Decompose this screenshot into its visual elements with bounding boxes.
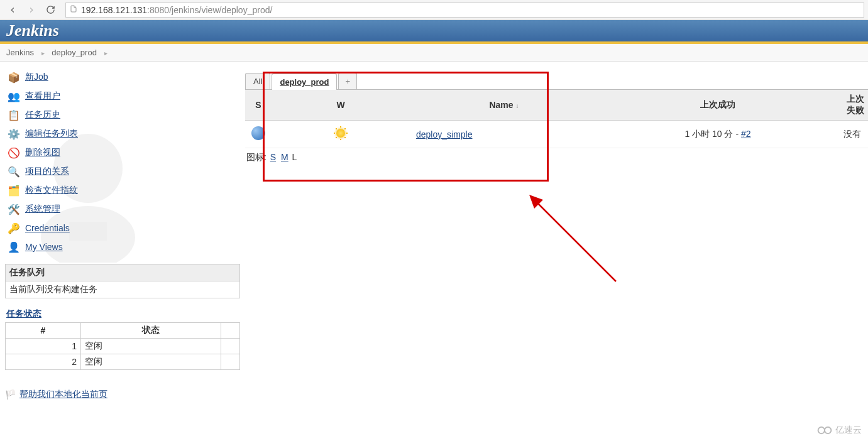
help-localize[interactable]: 🏳️ 帮助我们本地化当前页 xyxy=(5,389,240,400)
icon-size-s[interactable]: S xyxy=(270,152,276,162)
sidebar-item-edit-tasks[interactable]: ⚙️编辑任务列表 xyxy=(5,124,240,143)
breadcrumb-root[interactable]: Jenkins xyxy=(6,48,34,57)
sidebar-item-users[interactable]: 👥查看用户 xyxy=(5,87,240,106)
sort-down-icon: ↓ xyxy=(516,102,519,109)
jenkins-logo[interactable]: Jenkins xyxy=(6,21,59,40)
flag-icon: 🏳️ xyxy=(5,389,16,400)
icon-size-m[interactable]: M xyxy=(281,152,288,162)
col-state: 状态 xyxy=(81,323,221,339)
sidebar: 📦新Job 👥查看用户 📋任务历史 ⚙️编辑任务列表 🚫删除视图 🔍项目的关系 … xyxy=(0,62,245,406)
build-link[interactable]: #2 xyxy=(741,129,751,139)
sidebar-item-label: 系统管理 xyxy=(25,204,60,215)
sidebar-item-label: 删除视图 xyxy=(25,147,60,158)
tab-deploy-prod[interactable]: deploy_prod xyxy=(272,74,337,90)
col-last-success[interactable]: 上次成功 xyxy=(598,90,837,121)
sidebar-item-label: 编辑任务列表 xyxy=(25,128,78,139)
sidebar-item-system[interactable]: 🛠️系统管理 xyxy=(5,200,240,219)
search-icon: 🔍 xyxy=(6,165,21,178)
back-button[interactable] xyxy=(4,3,21,18)
notepad-icon: 📋 xyxy=(6,109,21,121)
queue-empty-text: 当前队列没有构建任务 xyxy=(6,281,239,298)
sidebar-item-credentials[interactable]: 🔑Credentials xyxy=(5,219,240,237)
status-panel: 任务状态 #状态 1空闲 2空闲 xyxy=(5,306,240,370)
url-host: 192.168.121.131 xyxy=(81,5,147,15)
address-bar[interactable]: 192.168.121.131:8080/jenkins/view/deploy… xyxy=(65,3,864,18)
svg-line-3 xyxy=(534,200,616,281)
sidebar-item-label: 任务历史 xyxy=(25,109,60,121)
status-cell[interactable] xyxy=(245,121,272,148)
sidebar-item-label: 新Job xyxy=(25,72,48,83)
file-icon xyxy=(70,4,77,15)
job-link[interactable]: deploy_simple xyxy=(416,129,473,139)
executor-table: #状态 1空闲 2空闲 xyxy=(5,322,240,370)
main-content: All deploy_prod + S W Name↓ 上次成功 上次失败 de… xyxy=(245,62,868,406)
executor-row: 1空闲 xyxy=(6,339,240,354)
col-last-fail[interactable]: 上次失败 xyxy=(837,90,868,121)
sidebar-item-new-job[interactable]: 📦新Job xyxy=(5,68,240,87)
app-header: Jenkins xyxy=(0,20,868,44)
forward-button[interactable] xyxy=(23,3,40,18)
queue-panel: 任务队列 当前队列没有构建任务 xyxy=(5,264,240,298)
svg-marker-4 xyxy=(529,195,543,209)
weather-cell[interactable] xyxy=(272,121,410,148)
sidebar-item-delete-view[interactable]: 🚫删除视图 xyxy=(5,143,240,162)
sun-icon xyxy=(333,126,348,141)
users-icon: 👥 xyxy=(6,90,21,102)
jobs-table: S W Name↓ 上次成功 上次失败 deploy_simple 1 小时 1… xyxy=(245,90,868,148)
last-success-cell: 1 小时 10 分 - #2 xyxy=(598,121,837,148)
sidebar-item-label: My Views xyxy=(25,242,63,252)
blue-ball-icon xyxy=(251,126,265,140)
breadcrumb-view[interactable]: deploy_prod xyxy=(52,48,97,57)
help-link-label: 帮助我们本地化当前页 xyxy=(19,389,107,400)
forbidden-icon: 🚫 xyxy=(6,146,21,159)
box-icon: 📦 xyxy=(6,71,21,84)
browser-toolbar: 192.168.121.131:8080/jenkins/view/deploy… xyxy=(0,0,868,20)
col-name[interactable]: Name↓ xyxy=(410,90,598,121)
user-icon: 👤 xyxy=(6,241,21,253)
annotation-arrow xyxy=(522,187,622,288)
col-status[interactable]: S xyxy=(245,90,272,121)
name-cell: deploy_simple xyxy=(410,121,598,148)
icon-size-label: 图标: xyxy=(246,152,266,162)
reload-button[interactable] xyxy=(41,3,59,18)
tools-icon: 🛠️ xyxy=(6,203,21,215)
sidebar-item-label: 查看用户 xyxy=(25,90,60,102)
icon-size-row: 图标: S M L xyxy=(245,148,868,167)
last-fail-cell: 没有 xyxy=(837,121,868,148)
icon-size-l: L xyxy=(292,152,297,162)
keys-icon: 🔑 xyxy=(6,222,21,234)
sidebar-item-history[interactable]: 📋任务历史 xyxy=(5,106,240,124)
url-path: :8080/jenkins/view/deploy_prod/ xyxy=(147,5,272,15)
col-weather[interactable]: W xyxy=(272,90,410,121)
gear-icon: ⚙️ xyxy=(6,128,21,140)
executor-row: 2空闲 xyxy=(6,354,240,370)
col-num: # xyxy=(6,323,81,339)
job-row: deploy_simple 1 小时 10 分 - #2 没有 xyxy=(245,121,868,148)
sidebar-item-label: 项目的关系 xyxy=(25,166,69,177)
chevron-right-icon: ▸ xyxy=(104,50,107,57)
sidebar-item-label: Credentials xyxy=(25,223,70,233)
status-title[interactable]: 任务状态 xyxy=(6,308,41,318)
sidebar-item-fingerprint[interactable]: 🗂️检查文件指纹 xyxy=(5,181,240,200)
tab-all[interactable]: All xyxy=(245,73,270,89)
tab-add[interactable]: + xyxy=(338,73,357,89)
sidebar-item-my-views[interactable]: 👤My Views xyxy=(5,237,240,256)
fingerprint-icon: 🗂️ xyxy=(6,184,21,197)
queue-title: 任务队列 xyxy=(6,264,239,281)
breadcrumb: Jenkins ▸ deploy_prod ▸ xyxy=(0,44,868,62)
chevron-right-icon: ▸ xyxy=(41,50,45,57)
view-tabs: All deploy_prod + xyxy=(245,73,868,90)
sidebar-item-label: 检查文件指纹 xyxy=(25,185,78,196)
sidebar-item-relations[interactable]: 🔍项目的关系 xyxy=(5,162,240,181)
